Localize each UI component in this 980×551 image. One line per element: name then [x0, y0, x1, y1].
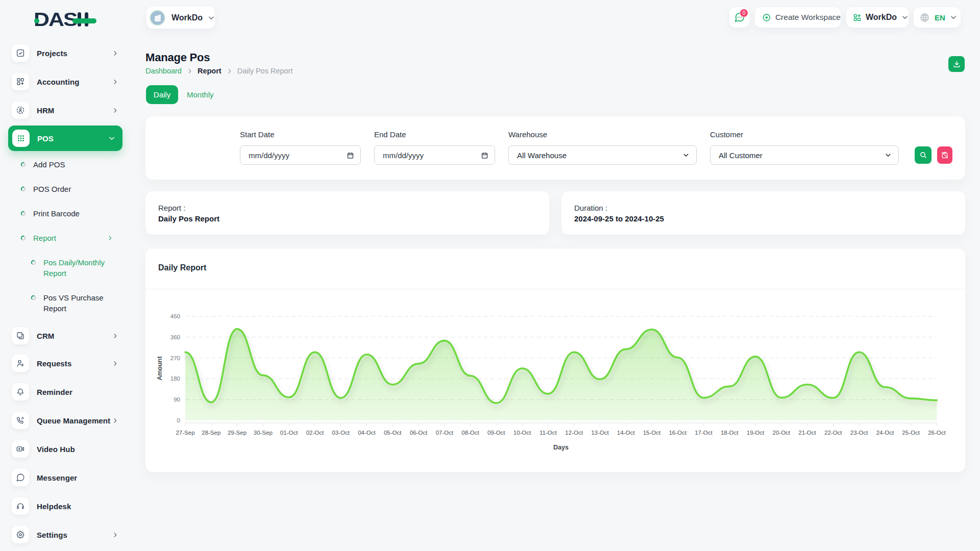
svg-text:10-Oct: 10-Oct — [513, 430, 531, 436]
svg-text:26-Oct: 26-Oct — [928, 430, 946, 436]
svg-text:20-Oct: 20-Oct — [773, 430, 791, 436]
svg-text:360: 360 — [170, 334, 180, 340]
svg-text:13-Oct: 13-Oct — [591, 430, 609, 436]
svg-text:16-Oct: 16-Oct — [669, 430, 687, 436]
svg-text:18-Oct: 18-Oct — [721, 430, 739, 436]
svg-text:90: 90 — [174, 396, 180, 403]
svg-text:23-Oct: 23-Oct — [850, 430, 868, 436]
svg-text:09-Oct: 09-Oct — [487, 430, 505, 436]
svg-text:0: 0 — [177, 417, 180, 423]
svg-text:02-Oct: 02-Oct — [306, 430, 324, 436]
svg-text:15-Oct: 15-Oct — [643, 430, 661, 436]
svg-text:Days: Days — [553, 444, 569, 451]
svg-text:270: 270 — [170, 355, 180, 361]
svg-text:05-Oct: 05-Oct — [384, 430, 402, 436]
svg-text:28-Sep: 28-Sep — [202, 430, 220, 436]
svg-text:24-Oct: 24-Oct — [876, 430, 894, 436]
svg-text:17-Oct: 17-Oct — [695, 430, 713, 436]
svg-text:11-Oct: 11-Oct — [540, 430, 557, 436]
svg-text:25-Oct: 25-Oct — [902, 430, 920, 436]
svg-text:29-Sep: 29-Sep — [228, 430, 247, 436]
svg-text:03-Oct: 03-Oct — [332, 430, 350, 436]
svg-text:12-Oct: 12-Oct — [565, 430, 583, 436]
svg-text:08-Oct: 08-Oct — [461, 430, 479, 436]
svg-text:30-Sep: 30-Sep — [254, 430, 273, 436]
svg-text:07-Oct: 07-Oct — [435, 430, 453, 436]
svg-text:22-Oct: 22-Oct — [824, 430, 842, 436]
svg-text:180: 180 — [170, 375, 180, 382]
svg-text:19-Oct: 19-Oct — [747, 430, 765, 436]
svg-text:Amount: Amount — [156, 356, 163, 381]
svg-text:04-Oct: 04-Oct — [358, 430, 376, 436]
svg-text:01-Oct: 01-Oct — [280, 430, 298, 436]
svg-text:450: 450 — [170, 313, 180, 319]
svg-text:27-Sep: 27-Sep — [176, 430, 194, 436]
svg-text:21-Oct: 21-Oct — [798, 430, 816, 436]
svg-text:14-Oct: 14-Oct — [617, 430, 635, 436]
svg-text:06-Oct: 06-Oct — [410, 430, 428, 436]
